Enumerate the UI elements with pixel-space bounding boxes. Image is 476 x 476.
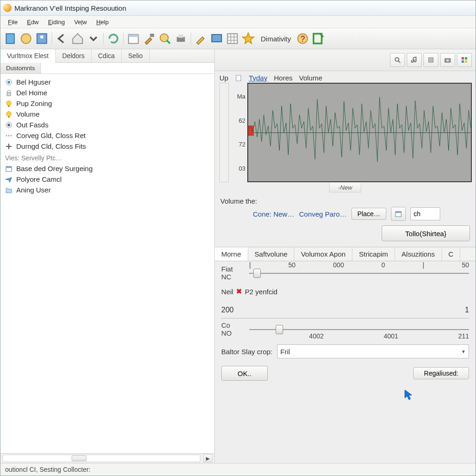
rtool-color-icon[interactable] (457, 53, 472, 67)
tool-dropdown-icon[interactable] (86, 32, 100, 46)
ok-button[interactable]: OK.. (221, 366, 268, 381)
svg-rect-30 (429, 58, 433, 62)
wave-newtab[interactable]: -New (329, 183, 361, 192)
plus-icon (5, 143, 13, 150)
svg-point-3 (40, 35, 44, 39)
place-button[interactable]: Place… (351, 208, 386, 220)
tollo-button[interactable]: Tollo(Shirtea} (382, 225, 470, 241)
svg-rect-0 (6, 34, 14, 44)
btab-0[interactable]: Morne (215, 247, 248, 261)
left-subtab[interactable]: Dustomnts (0, 63, 41, 73)
tool-world-arrow-icon[interactable] (158, 32, 172, 46)
tree-item[interactable]: Bel Hguser (2, 77, 212, 87)
left-hscrollbar[interactable]: ▶ (0, 453, 214, 463)
main-toolbar: Dimativity ? (0, 28, 476, 49)
svg-text:?: ? (300, 34, 305, 44)
svg-rect-6 (150, 34, 154, 37)
tool-grid-icon[interactable] (225, 32, 239, 46)
bulb-icon (5, 100, 13, 107)
tool-person-icon[interactable] (35, 32, 49, 46)
tool-globe-icon[interactable] (19, 32, 33, 46)
tool-doc-icon[interactable] (3, 32, 17, 46)
radio-blue-icon (5, 79, 13, 86)
rtool-puzzle-icon[interactable] (423, 53, 438, 67)
svg-rect-21 (8, 116, 10, 118)
svg-point-29 (395, 58, 399, 61)
tool-home-icon[interactable] (71, 32, 85, 46)
x-icon[interactable]: ✖ (236, 287, 242, 296)
svg-rect-34 (465, 57, 467, 60)
baltor-select[interactable]: Fril▼ (277, 344, 469, 358)
bulb-icon (5, 111, 13, 118)
tool-newnote-icon[interactable] (311, 32, 325, 46)
svg-rect-39 (396, 212, 401, 213)
tree-item[interactable]: Corveg Gld, Closs Ret (2, 130, 212, 141)
slider-1[interactable]: | 50 000 0 | 50 (249, 268, 469, 278)
left-tab-3[interactable]: Selio (122, 49, 150, 62)
btab-1[interactable]: Saftvolune (248, 247, 295, 261)
btab-5[interactable]: C (442, 247, 461, 261)
svg-rect-9 (178, 34, 184, 38)
wave-vscroll-left[interactable] (219, 83, 229, 182)
volume-row: Volume the: Cone: New… Conveg Paro… Plac… (215, 195, 476, 223)
slider-2[interactable] (280, 286, 469, 297)
btab-2[interactable]: Volumox Apon (294, 247, 352, 261)
left-tab-0[interactable]: Vurltmox Elest (0, 49, 56, 63)
menu-velw[interactable]: Velw (69, 18, 91, 26)
tree-item[interactable]: Durngd Cld, Closs Fits (2, 141, 212, 152)
ch-input[interactable] (410, 207, 440, 220)
tree-item[interactable]: Del Home (2, 87, 212, 98)
tree-item[interactable]: Out Fasds (2, 119, 212, 130)
svg-rect-33 (462, 57, 464, 60)
conveg-link[interactable]: Conveg Paro… (299, 210, 347, 218)
menu-file[interactable]: File (3, 18, 22, 26)
tree-item[interactable]: Pup Zoning (2, 98, 212, 109)
tool-hammer-icon[interactable] (142, 32, 156, 46)
wave-tyday-link[interactable]: Tyday (249, 74, 267, 82)
slider-3[interactable]: 4002 4001 211 (249, 324, 469, 334)
wave-page-icon[interactable] (235, 74, 242, 82)
left-tab-1[interactable]: Deldors (56, 49, 92, 62)
baltor-label: Baltor Slay crop: (221, 348, 272, 356)
menu-edw[interactable]: Edw (22, 18, 43, 26)
svg-point-1 (21, 34, 31, 44)
waveform-display[interactable] (247, 83, 472, 182)
tree-list: Bel Hguser Del Home Pup Zoning Volume Ou… (0, 74, 214, 453)
wave-volume-label: Volume (299, 74, 322, 82)
tool-star-icon[interactable] (241, 32, 255, 46)
tool-help-icon[interactable]: ? (296, 32, 310, 46)
rtool-music-icon[interactable] (407, 53, 422, 67)
right-mini-toolbar (215, 49, 476, 71)
hscroll-right-arrow[interactable]: ▶ (203, 454, 212, 463)
tool-back-icon[interactable] (55, 32, 69, 46)
tree-item[interactable]: Volume (2, 109, 212, 119)
app-icon (3, 4, 12, 12)
btab-4[interactable]: Alsuzitions (395, 247, 442, 261)
tree-item[interactable]: Polyore Camcl (2, 174, 212, 185)
tool-printer-icon[interactable] (174, 32, 188, 46)
tool-monitor-icon[interactable] (210, 32, 224, 46)
btab-3[interactable]: Stricapim (352, 247, 395, 261)
svg-point-24 (6, 135, 7, 136)
svg-rect-17 (7, 93, 11, 96)
svg-point-20 (7, 112, 11, 116)
calendar-button[interactable] (391, 207, 406, 221)
left-panel: Vurltmox Elest Deldors Cdica Selio Dusto… (0, 49, 215, 463)
menu-eiding[interactable]: Eiding (43, 18, 69, 26)
tool-calendar-icon[interactable] (126, 32, 140, 46)
slider-thumb[interactable] (276, 325, 283, 334)
left-tab-2[interactable]: Cdica (92, 49, 122, 62)
rtool-search-icon[interactable] (390, 53, 405, 67)
tree-item[interactable]: Aning User (2, 185, 212, 195)
menu-help[interactable]: Help (92, 18, 113, 26)
tool-brush-icon[interactable] (194, 32, 208, 46)
tool-refresh-icon[interactable] (106, 32, 120, 46)
toolbar-label: Dimativity (261, 35, 291, 43)
calendar-icon (5, 165, 13, 172)
slider-thumb[interactable] (253, 269, 261, 278)
tree-item[interactable]: Base ded Orey Surgeing (2, 163, 212, 174)
hscroll-thumb[interactable] (72, 456, 86, 461)
regaliused-button[interactable]: Regaliused: (413, 367, 469, 379)
rtool-camera-icon[interactable] (440, 53, 455, 67)
cone-link[interactable]: Cone: New… (253, 210, 294, 218)
